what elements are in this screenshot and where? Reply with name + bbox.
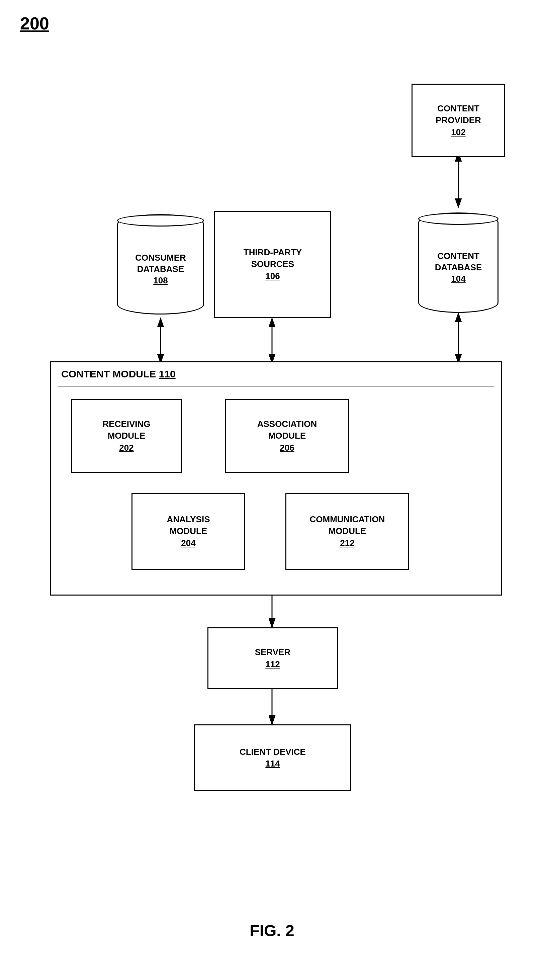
content-database-ref: 104 xyxy=(451,274,465,285)
third-party-box: THIRD-PARTYSOURCES 106 xyxy=(214,211,331,318)
third-party-label: THIRD-PARTYSOURCES xyxy=(243,247,302,270)
third-party-ref: 106 xyxy=(265,270,280,282)
server-label: SERVER xyxy=(255,646,290,658)
content-module-outer: CONTENT MODULE 110 RECEIVINGMODULE 202 A… xyxy=(50,361,502,595)
receiving-module-label: RECEIVINGMODULE xyxy=(102,418,150,442)
association-module-label: ASSOCIATIONMODULE xyxy=(257,418,317,442)
content-database-body: CONTENTDATABASE 104 xyxy=(418,212,498,313)
consumer-database-label: CONSUMERDATABASE xyxy=(135,252,186,275)
communication-module-box: COMMUNICATIONMODULE 212 xyxy=(285,493,409,570)
analysis-module-box: ANALYSISMODULE 204 xyxy=(132,493,245,570)
consumer-database-body: CONSUMERDATABASE 108 xyxy=(117,214,204,315)
consumer-database-ref: 108 xyxy=(153,275,168,286)
association-module-ref: 206 xyxy=(280,442,294,454)
server-box: SERVER 112 xyxy=(207,627,338,689)
communication-module-label: COMMUNICATIONMODULE xyxy=(310,514,385,537)
content-database-cylinder: CONTENTDATABASE 104 xyxy=(415,206,502,320)
page-container: 200 CONTENTPROVIDER 10 xyxy=(0,0,544,980)
analysis-module-ref: 204 xyxy=(181,537,196,549)
content-provider-ref: 102 xyxy=(451,126,465,138)
analysis-module-label: ANALYSISMODULE xyxy=(167,514,210,537)
consumer-database-cylinder: CONSUMERDATABASE 108 xyxy=(114,207,207,321)
content-provider-label: CONTENTPROVIDER xyxy=(436,103,481,126)
content-database-label: CONTENTDATABASE xyxy=(435,251,482,274)
content-provider-box: CONTENTPROVIDER 102 xyxy=(412,84,505,157)
receiving-module-ref: 202 xyxy=(119,442,134,454)
server-ref: 112 xyxy=(265,659,280,670)
communication-module-ref: 212 xyxy=(340,537,354,549)
client-device-box: CLIENT DEVICE 114 xyxy=(194,724,351,791)
association-module-box: ASSOCIATIONMODULE 206 xyxy=(225,399,349,473)
client-device-ref: 114 xyxy=(265,758,280,770)
receiving-module-box: RECEIVINGMODULE 202 xyxy=(71,399,182,473)
diagram-label: 200 xyxy=(20,13,49,33)
content-module-title: CONTENT MODULE 110 xyxy=(61,368,176,380)
fig-label: FIG. 2 xyxy=(250,921,294,940)
client-device-label: CLIENT DEVICE xyxy=(240,746,306,758)
